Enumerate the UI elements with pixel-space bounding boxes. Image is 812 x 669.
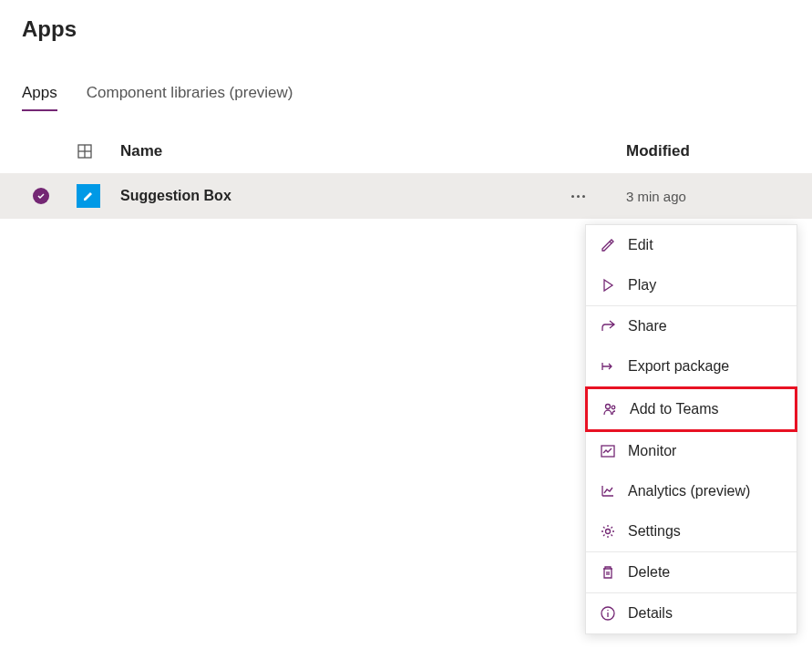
menu-item-edit[interactable]: Edit bbox=[586, 225, 797, 265]
menu-item-label: Edit bbox=[628, 237, 653, 253]
table-row[interactable]: Suggestion Box 3 min ago bbox=[0, 173, 812, 219]
monitor-icon bbox=[599, 442, 617, 460]
tabs: Apps Component libraries (preview) bbox=[0, 77, 812, 111]
analytics-icon bbox=[599, 482, 617, 500]
export-icon bbox=[599, 357, 617, 376]
menu-item-label: Play bbox=[628, 277, 656, 293]
menu-item-label: Export package bbox=[628, 358, 729, 375]
menu-item-export[interactable]: Export package bbox=[586, 346, 797, 387]
grid-view-icon[interactable] bbox=[77, 143, 120, 160]
menu-item-settings[interactable]: Settings bbox=[586, 511, 797, 552]
context-menu: Edit Play Share Export package Add to Te… bbox=[585, 224, 797, 634]
teams-icon bbox=[601, 400, 619, 418]
tab-component-libraries[interactable]: Component libraries (preview) bbox=[87, 77, 293, 111]
menu-item-label: Add to Teams bbox=[630, 401, 719, 417]
menu-item-delete[interactable]: Delete bbox=[586, 552, 797, 593]
menu-item-label: Delete bbox=[628, 564, 670, 581]
details-icon bbox=[599, 604, 617, 623]
menu-item-label: Share bbox=[628, 318, 667, 334]
ellipsis-icon bbox=[571, 195, 585, 198]
menu-item-label: Monitor bbox=[628, 443, 676, 459]
svg-point-4 bbox=[612, 406, 615, 409]
svg-point-6 bbox=[606, 530, 611, 534]
modified-time: 3 min ago bbox=[626, 189, 790, 204]
menu-item-share[interactable]: Share bbox=[586, 306, 797, 346]
share-icon bbox=[599, 317, 617, 335]
menu-item-play[interactable]: Play bbox=[586, 265, 797, 306]
svg-point-3 bbox=[606, 405, 611, 409]
menu-item-label: Analytics (preview) bbox=[628, 483, 750, 499]
more-actions-button[interactable] bbox=[571, 195, 626, 198]
menu-item-monitor[interactable]: Monitor bbox=[586, 431, 797, 471]
play-icon bbox=[599, 276, 617, 294]
tab-apps[interactable]: Apps bbox=[22, 77, 57, 111]
menu-item-add-to-teams[interactable]: Add to Teams bbox=[585, 386, 797, 432]
svg-rect-5 bbox=[601, 446, 614, 457]
menu-item-label: Settings bbox=[628, 523, 681, 540]
menu-item-details[interactable]: Details bbox=[586, 593, 797, 633]
delete-icon bbox=[599, 563, 617, 582]
edit-icon bbox=[599, 236, 617, 254]
menu-item-analytics[interactable]: Analytics (preview) bbox=[586, 471, 797, 511]
app-icon bbox=[77, 184, 120, 208]
menu-item-label: Details bbox=[628, 605, 673, 622]
col-name-header[interactable]: Name bbox=[120, 142, 571, 160]
row-select[interactable] bbox=[22, 188, 77, 204]
table-header-row: Name Modified bbox=[0, 111, 812, 173]
page-header: Apps bbox=[0, 0, 812, 49]
app-name[interactable]: Suggestion Box bbox=[120, 188, 571, 204]
page-title: Apps bbox=[22, 16, 790, 42]
checkmark-icon bbox=[33, 188, 49, 204]
col-modified-header[interactable]: Modified bbox=[626, 142, 790, 160]
settings-icon bbox=[599, 522, 617, 540]
